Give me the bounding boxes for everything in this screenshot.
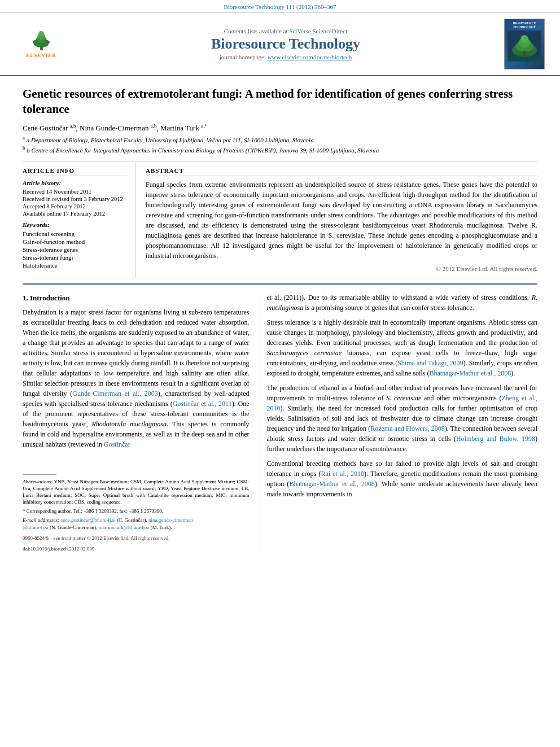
email-footnote: E-mail addresses: cene.gostincar@bf.uni-… xyxy=(23,517,250,532)
article-info-column: ARTICLE INFO Article history: Received 1… xyxy=(23,161,135,278)
page-wrapper: Bioresource Technology 111 (2012) 360–36… xyxy=(0,0,560,747)
abstract-heading: ABSTRACT xyxy=(146,167,537,176)
email-cene-label: (C. Gostinčar), xyxy=(117,517,148,523)
issn-line: 0960-8524/$ – see front matter © 2012 El… xyxy=(23,535,250,543)
email-nina-label: (N. Gunde-Cimerman), xyxy=(50,525,98,530)
article-title: Genetic resources of extremotolerant fun… xyxy=(23,86,537,117)
email-martina-label: (M. Turk). xyxy=(151,525,172,530)
ref-shima-2009[interactable]: Shima and Takagi, 2009 xyxy=(397,359,463,367)
journal-title: Bioresource Technology xyxy=(72,36,499,53)
ref-gostincar-2011[interactable]: Gostinčar et al., 2011 xyxy=(173,400,232,408)
svg-point-11 xyxy=(520,35,528,43)
journal-cover-area: BIORESOURCETECHNOLOGY xyxy=(499,19,550,69)
right-para-4: Conventional breeding methods have so fa… xyxy=(267,458,537,499)
journal-header-center: Contents lists available at SciVerse Sci… xyxy=(72,28,499,60)
keyword-1: Functional screening xyxy=(23,230,127,237)
corresponding-text: * Corresponding author. Tel.: +386 1 320… xyxy=(23,508,163,514)
ref-holmberg-1998[interactable]: Holmberg and Bulow, 1998 xyxy=(456,435,535,443)
available-date: Available online 17 February 2012 xyxy=(23,211,127,217)
doi-line: doi:10.1016/j.biortech.2012.02.039 xyxy=(23,545,250,553)
abstract-text: Fungal species from extreme environments… xyxy=(146,180,537,261)
journal-header: ELSEVIER Contents lists available at Sci… xyxy=(0,13,560,76)
ref-rozema-2008[interactable]: Rozema and Flowers, 2008 xyxy=(370,425,445,433)
affil-b-text: b Centre of Excellence for Integrated Ap… xyxy=(27,146,379,153)
main-col-right: et al. (2011)). Due to its remarkable ab… xyxy=(260,292,537,553)
abstract-column: ABSTRACT Fungal species from extreme env… xyxy=(135,161,537,278)
ref-rai-2010[interactable]: Rai et al., 2010 xyxy=(321,470,364,478)
right-para-3: The production of ethanol as a biofuel a… xyxy=(267,383,537,454)
abbrev-text: YNB, Yeast Nitrogen Base medium; CSM, Co… xyxy=(23,479,250,505)
right-para-2: Stress tolerance is a highly desirable t… xyxy=(267,317,537,378)
article-body: Genetic resources of extremotolerant fun… xyxy=(0,76,560,563)
keyword-4: Stress-tolerant fungi xyxy=(23,254,127,261)
affil-a-text: a Department of Biology, Biotechnical Fa… xyxy=(27,137,314,143)
contents-prefix: Contents lists available at xyxy=(224,28,289,34)
author-turk: Martina Turk a,* xyxy=(160,124,207,132)
doi-text: doi:10.1016/j.biortech.2012.02.039 xyxy=(23,546,94,552)
main-content-area: 1. Introduction Dehydration is a major s… xyxy=(23,283,537,553)
keywords-label: Keywords: xyxy=(23,221,127,228)
elsevier-logo: ELSEVIER xyxy=(16,27,67,61)
citation-text: Bioresource Technology 111 (2012) 360–36… xyxy=(224,3,336,10)
contents-line: Contents lists available at SciVerse Sci… xyxy=(72,28,499,34)
copyright-line: © 2012 Elsevier Ltd. All rights reserved… xyxy=(146,265,537,272)
email-nina[interactable]: nina.gunde-cimerman xyxy=(148,517,193,523)
journal-cover-image: BIORESOURCETECHNOLOGY xyxy=(504,19,545,69)
email-cene[interactable]: cene.gostincar@bf.uni-lj.si xyxy=(60,517,116,523)
ref-gunde-2003[interactable]: Gunde-Cimerman et al., 2003 xyxy=(72,390,158,397)
abbrev-label: Abbreviations: xyxy=(23,479,53,484)
revised-date: Received in revised form 3 February 2012 xyxy=(23,196,127,202)
issn-text: 0960-8524/$ – see front matter © 2012 El… xyxy=(23,535,170,541)
history-label: Article history: xyxy=(23,180,127,186)
top-bar: Bioresource Technology 111 (2012) 360–36… xyxy=(0,0,560,13)
keyword-2: Gain-of-function method xyxy=(23,238,127,245)
received-date: Received 14 November 2011 xyxy=(23,189,127,195)
svg-rect-12 xyxy=(523,51,526,58)
svg-point-4 xyxy=(38,31,44,37)
email-nina-2[interactable]: @bf.uni-lj.si xyxy=(23,525,49,530)
accepted-date: Accepted 8 February 2012 xyxy=(23,203,127,209)
keyword-3: Stress-tolerance genes xyxy=(23,246,127,253)
author-gostincar: Cene Gostinčar a,b xyxy=(23,124,76,132)
affiliation-b: b b Centre of Excellence for Integrated … xyxy=(23,145,537,154)
ref-gostincar-review[interactable]: Gostinčar xyxy=(104,440,130,448)
elsevier-tree-icon xyxy=(26,30,57,51)
elsevier-logo-area: ELSEVIER xyxy=(10,27,72,61)
right-para-1: et al. (2011)). Due to its remarkable ab… xyxy=(267,292,537,313)
sciverse-link[interactable]: SciVerse ScienceDirect xyxy=(289,28,347,34)
ref-bhatnagar-2008a[interactable]: Bhatnagar-Mathur et al., 2008 xyxy=(429,369,511,377)
ref-bhatnagar-2008b[interactable]: Bhatnagar-Mathur et al., 2008 xyxy=(289,480,374,488)
homepage-prefix: journal homepage: xyxy=(220,54,268,60)
main-col-left: 1. Introduction Dehydration is a major s… xyxy=(23,292,260,553)
corresponding-note: * Corresponding author. Tel.: +386 1 320… xyxy=(23,508,250,516)
authors-line: Cene Gostinčar a,b, Nina Gunde-Cimerman … xyxy=(23,123,537,133)
section-title-text: Introduction xyxy=(30,294,70,302)
homepage-link[interactable]: www.elsevier.com/locate/biortech xyxy=(268,54,352,60)
affiliation-a: a a Department of Biology, Biotechnical … xyxy=(23,135,537,143)
elsevier-text: ELSEVIER xyxy=(26,53,56,58)
section-number: 1. xyxy=(23,294,28,302)
footnote-divider xyxy=(23,474,56,475)
cover-image-visual xyxy=(508,30,541,62)
email-martina[interactable]: martina.turk@bf.uni-lj.si xyxy=(99,525,150,530)
abbreviations-footnote: Abbreviations: YNB, Yeast Nitrogen Base … xyxy=(23,478,250,506)
keyword-5: Halotolerance xyxy=(23,262,127,269)
intro-title: 1. Introduction xyxy=(23,292,250,304)
intro-paragraph-1: Dehydration is a major stress factor for… xyxy=(23,307,250,449)
article-info-heading: ARTICLE INFO xyxy=(23,167,127,176)
cover-title-text: BIORESOURCETECHNOLOGY xyxy=(513,21,536,29)
email-label: E-mail addresses: xyxy=(23,517,59,523)
author-gunde: Nina Gunde-Cimerman a,b xyxy=(80,124,156,132)
journal-homepage: journal homepage: www.elsevier.com/locat… xyxy=(72,54,499,60)
cover-illustration xyxy=(508,30,541,62)
info-abstract-columns: ARTICLE INFO Article history: Received 1… xyxy=(23,161,537,278)
